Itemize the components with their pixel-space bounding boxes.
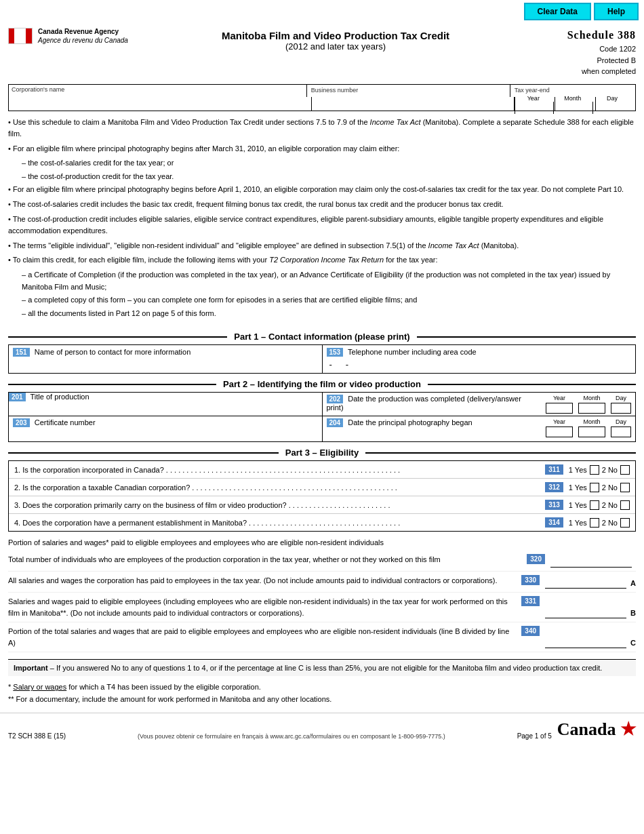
day-202-input[interactable] [611,403,631,414]
salary-input-330[interactable] [545,575,626,589]
corp-name-input[interactable] [9,97,312,111]
q2-no-checkbox[interactable] [620,483,630,492]
q1-yesno: 1 Yes 2 No [569,465,630,475]
corp-name-label: Corporation's name [12,86,304,93]
notes-section: * Salary or wages for which a T4 has bee… [0,679,644,708]
field-151-num: 151 [13,348,30,357]
salary-label-320: Total number of individuals who are empl… [8,554,521,565]
q4-no-checkbox[interactable] [620,518,630,528]
part2-203-cell: 203 Certificate number [9,416,323,441]
salary-input-331[interactable] [545,605,626,618]
q4-yes-label: 1 Yes [569,519,587,527]
field-203-num: 203 [13,418,30,427]
day-204-input[interactable] [611,426,631,437]
date-204-labels: Year Month Day [546,418,631,425]
day-label-202: Day [611,395,631,401]
salary-row-330: All salaries and wages the corporation h… [8,572,636,593]
part1-right-line [417,336,636,338]
day-box-input[interactable] [595,97,635,111]
year-box-input[interactable] [515,97,555,111]
month-box-input[interactable] [555,97,595,111]
q1-code: 311 [545,464,563,475]
part2-right-line [428,384,636,385]
clear-data-button[interactable]: Clear Data [524,3,591,20]
q4-code: 314 [545,517,563,528]
part2-202-cell: 202 Date the production was completed (d… [323,393,636,416]
part2-title: Part 2 – Identifying the film or video p… [216,379,428,389]
q3-yes-checkbox[interactable] [590,500,599,510]
field-153-label: Telephone number including area code [348,348,477,356]
instruction-7: • To claim this credit, for each eligibl… [8,254,636,266]
code-number: Code 1202 [527,43,636,55]
field-202-label-area: 202 Date the production was completed (d… [323,393,542,414]
year-204-input[interactable] [546,426,573,437]
salary-section: Portion of salaries and wages* paid to e… [0,534,644,656]
instruction-2: • For an eligible film where principal p… [8,143,636,155]
salary-code-330: 330 [521,575,540,585]
q2-yesno: 1 Yes 2 No [569,483,630,492]
date-204-boxes [546,426,631,437]
eligibility-q2: 2. Is the corporation a taxable Canadian… [9,479,635,496]
instruction-1: • Use this schedule to claim a Manitoba … [8,117,636,140]
eligibility-q3: 3. Does the corporation primarily carry … [9,496,635,514]
salary-row-320: Total number of individuals who are empl… [8,551,636,572]
field-201-input[interactable] [9,401,322,414]
eligibility-q4: 4. Does the corporation have a permanent… [9,514,635,531]
part1-contact-row: 151 Name of person to contact for more i… [9,345,635,373]
form-title-line2: (2012 and later tax years) [144,41,527,52]
help-button[interactable]: Help [594,3,639,20]
q1-no-label: 2 No [602,466,618,474]
when-completed-label: when completed [527,66,636,77]
field-204-label: Date the principal photography began [348,418,472,426]
part1-box: 151 Name of person to contact for more i… [8,344,636,374]
instruction-6: • The terms "eligible individual", "elig… [8,240,636,252]
form-title-area: Manitoba Film and Video Production Tax C… [144,27,527,52]
q3-yes-label: 1 Yes [569,501,587,509]
instruction-7a: a Certificate of Completion (if the prod… [22,269,636,293]
q1-yes-checkbox[interactable] [590,465,599,475]
eligibility-q1: 1. Is the corporation incorporated in Ca… [9,461,635,479]
date-202-labels: Year Month Day [546,395,631,401]
salary-input-340[interactable] [545,635,626,648]
agency-name: Canada Revenue Agency Agence du revenu d… [38,27,128,45]
tax-year-end-label: Tax year-end [515,87,631,94]
q3-code: 313 [545,500,563,510]
part2-row2: 203 Certificate number 204 Date the prin… [9,416,635,441]
field-203-input[interactable] [13,427,318,439]
salary-code-331: 331 [521,596,540,606]
part3-eligibility-box: 1. Is the corporation incorporated in Ca… [8,460,636,532]
corp-name-label-cell: Corporation's name [9,85,307,97]
q3-no-checkbox[interactable] [620,500,630,510]
q4-yes-checkbox[interactable] [590,518,599,528]
part3-title: Part 3 – Eligibility [279,448,365,458]
phone-dash-1: - [329,359,332,370]
field-204-num: 204 [327,418,344,427]
q2-yes-checkbox[interactable] [590,483,599,492]
corp-header-row: Corporation's name Business number Tax y… [8,84,636,97]
salary-input-320[interactable] [550,554,632,568]
q1-yes-label: 1 Yes [569,466,587,474]
month-204-input[interactable] [578,426,605,437]
q2-text: 2. Is the corporation a taxable Canadian… [14,483,540,492]
year-label-204: Year [546,418,573,425]
salary-label-340: Portion of the total salaries and wages … [8,626,516,648]
part3-right-line [365,452,636,454]
part2-row1: 201 Title of production 202 Date the pro… [9,393,635,416]
biz-num-input[interactable] [312,97,514,111]
date-202-input: Year Month Day [542,393,635,416]
phone-input-area[interactable]: - - [327,359,632,370]
field-204-label-area: 204 Date the principal photography began [323,416,542,429]
q4-text: 4. Does the corporation have a permanent… [14,519,540,527]
instruction-3: • For an eligible film where principal p… [8,184,636,196]
field-151-label: Name of person to contact for more infor… [35,348,191,356]
instruction-5: • The cost-of-production credit includes… [8,214,636,237]
month-label-202: Month [578,395,605,401]
year-202-input[interactable] [546,403,573,414]
biz-num-label: Business number [311,87,506,94]
field-151-input[interactable] [13,357,318,370]
part2-204-cell: 204 Date the principal photography began… [323,416,636,441]
q1-no-checkbox[interactable] [620,465,630,475]
month-202-input[interactable] [578,403,605,414]
part2-left-line [8,384,216,385]
field-202-num: 202 [327,395,344,403]
